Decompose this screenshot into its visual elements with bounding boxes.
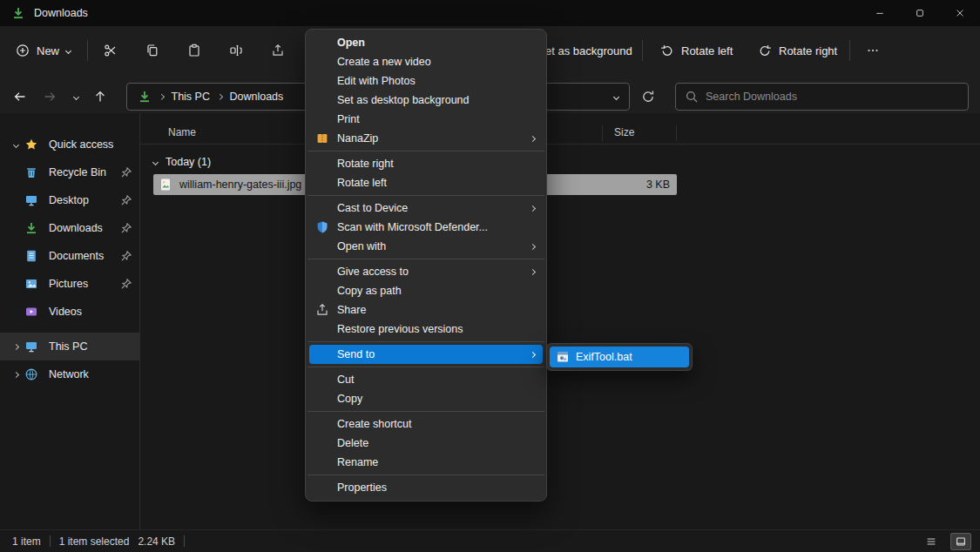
up-button[interactable] bbox=[87, 84, 113, 110]
menu-item-properties[interactable]: Properties bbox=[306, 478, 546, 497]
file-list-area: Name Size Today (1) william-henry-gates-… bbox=[140, 113, 980, 529]
column-size[interactable]: Size bbox=[614, 126, 634, 138]
copy-button[interactable] bbox=[135, 37, 170, 64]
sidebar-item-desktop[interactable]: Desktop bbox=[0, 186, 139, 214]
sidebar-item-quick-access[interactable]: Quick access bbox=[0, 131, 139, 158]
more-options-button[interactable] bbox=[855, 37, 890, 64]
quick-access-star-icon bbox=[24, 138, 38, 151]
sidebar-item-recycle-bin[interactable]: Recycle Bin bbox=[0, 158, 139, 186]
column-name[interactable]: Name bbox=[168, 126, 196, 138]
window-controls bbox=[860, 0, 980, 26]
menu-item-create-a-new-video[interactable]: Create a new video bbox=[306, 52, 546, 71]
menu-item-edit-with-photos[interactable]: Edit with Photos bbox=[306, 71, 546, 91]
set-as-background-button[interactable]: et as background bbox=[537, 37, 641, 64]
details-view-button[interactable] bbox=[921, 533, 942, 550]
breadcrumb-downloads[interactable]: Downloads bbox=[229, 91, 283, 103]
menu-item-restore-previous-versions[interactable]: Restore previous versions bbox=[306, 320, 546, 339]
forward-arrow-icon bbox=[43, 90, 57, 104]
pin-icon bbox=[120, 222, 132, 234]
chevron-right-icon bbox=[159, 94, 164, 99]
menu-item-cut[interactable]: Cut bbox=[306, 370, 546, 389]
share-button[interactable] bbox=[260, 37, 295, 64]
menu-separator bbox=[308, 195, 544, 196]
menu-item-label: Copy bbox=[337, 393, 362, 405]
back-button[interactable] bbox=[7, 84, 33, 110]
menu-item-label: Open with bbox=[337, 240, 386, 252]
menu-item-rename[interactable]: Rename bbox=[306, 453, 546, 472]
details-view-icon bbox=[925, 535, 937, 548]
cut-button[interactable] bbox=[93, 37, 128, 64]
chevron-down-icon[interactable] bbox=[7, 143, 24, 147]
address-dropdown-chevron-icon[interactable] bbox=[613, 93, 619, 99]
close-button[interactable] bbox=[940, 0, 980, 26]
forward-button[interactable] bbox=[37, 84, 63, 110]
column-divider bbox=[602, 125, 603, 141]
sidebar-item-label: Videos bbox=[49, 306, 132, 318]
rotate-right-button[interactable]: Rotate right bbox=[749, 37, 846, 64]
sidebar-item-downloads[interactable]: Downloads bbox=[0, 214, 139, 242]
menu-item-label: Send to bbox=[337, 348, 375, 360]
sidebar-item-network[interactable]: Network bbox=[0, 360, 139, 388]
thumbnails-view-button[interactable] bbox=[950, 533, 971, 550]
minimize-icon bbox=[875, 8, 885, 18]
menu-item-rotate-right[interactable]: Rotate right bbox=[306, 154, 546, 173]
sidebar-item-label: Desktop bbox=[49, 194, 120, 206]
bat-file-icon bbox=[556, 350, 570, 364]
explorer-window: Downloads New et as background Rotate le… bbox=[0, 0, 980, 552]
minimize-button[interactable] bbox=[860, 0, 900, 26]
rename-button[interactable] bbox=[219, 37, 253, 64]
group-header-today[interactable]: Today (1) bbox=[153, 151, 211, 172]
menu-item-print[interactable]: Print bbox=[306, 110, 546, 129]
menu-item-scan-with-microsoft-defender[interactable]: Scan with Microsoft Defender... bbox=[306, 218, 546, 237]
chevron-down-icon bbox=[72, 93, 78, 99]
sidebar-item-pictures[interactable]: Pictures bbox=[0, 270, 139, 298]
menu-item-create-shortcut[interactable]: Create shortcut bbox=[306, 414, 546, 434]
menu-item-nanazip[interactable]: NanaZip bbox=[306, 129, 546, 148]
chevron-right-icon[interactable] bbox=[7, 373, 24, 377]
window-title: Downloads bbox=[34, 7, 88, 19]
menu-item-label: Rotate right bbox=[337, 158, 394, 170]
pin-icon bbox=[120, 250, 132, 262]
menu-item-copy-as-path[interactable]: Copy as path bbox=[306, 281, 546, 300]
search-input[interactable] bbox=[706, 91, 959, 103]
file-name: william-henry-gates-iii.jpg bbox=[179, 178, 301, 191]
plus-icon bbox=[16, 44, 30, 57]
menu-item-rotate-left[interactable]: Rotate left bbox=[306, 173, 546, 192]
menu-separator bbox=[308, 411, 544, 412]
sidebar-item-this-pc[interactable]: This PC bbox=[0, 333, 139, 360]
menu-separator bbox=[308, 367, 544, 367]
menu-item-label: Rotate left bbox=[337, 177, 387, 189]
menu-item-cast-to-device[interactable]: Cast to Device bbox=[306, 199, 546, 218]
menu-item-open[interactable]: Open bbox=[306, 33, 546, 52]
menu-item-copy[interactable]: Copy bbox=[306, 389, 546, 408]
menu-item-open-with[interactable]: Open with bbox=[306, 237, 546, 256]
menu-item-label: Restore previous versions bbox=[337, 323, 463, 335]
menu-item-set-as-desktop-background[interactable]: Set as desktop background bbox=[306, 91, 546, 110]
this-pc-icon bbox=[24, 340, 38, 353]
menu-item-label: Share bbox=[337, 304, 366, 316]
sidebar-item-label: Quick access bbox=[49, 138, 132, 151]
paste-button[interactable] bbox=[177, 37, 212, 64]
ellipsis-icon bbox=[866, 44, 880, 57]
new-button[interactable]: New bbox=[7, 37, 79, 64]
close-icon bbox=[955, 8, 965, 18]
chevron-right-icon[interactable] bbox=[7, 345, 24, 349]
refresh-button[interactable] bbox=[635, 84, 661, 110]
breadcrumb-this-pc[interactable]: This PC bbox=[172, 91, 210, 103]
recent-locations-button[interactable] bbox=[66, 84, 85, 110]
documents-icon bbox=[24, 249, 38, 263]
maximize-button[interactable] bbox=[900, 0, 940, 26]
sidebar-item-documents[interactable]: Documents bbox=[0, 242, 139, 270]
send-to-submenu: ExifTool.bat bbox=[546, 343, 693, 371]
menu-item-send-to[interactable]: Send to bbox=[309, 345, 543, 364]
menu-item-label: Edit with Photos bbox=[337, 75, 416, 87]
submenu-item-exiftool-bat[interactable]: ExifTool.bat bbox=[550, 347, 689, 367]
sidebar-item-videos[interactable]: Videos bbox=[0, 298, 139, 326]
rotate-left-button[interactable]: Rotate left bbox=[652, 37, 741, 64]
menu-item-delete[interactable]: Delete bbox=[306, 434, 546, 453]
back-arrow-icon bbox=[13, 90, 27, 104]
refresh-icon bbox=[641, 90, 655, 104]
menu-item-give-access-to[interactable]: Give access to bbox=[306, 262, 546, 281]
menu-item-share[interactable]: Share bbox=[306, 300, 546, 320]
new-button-label: New bbox=[37, 44, 59, 57]
